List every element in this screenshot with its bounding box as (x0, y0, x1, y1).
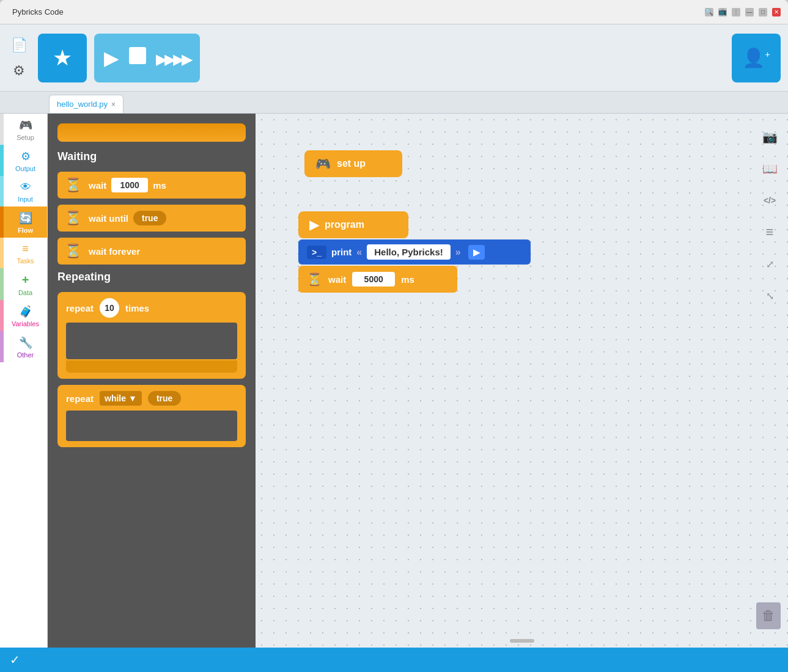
sidebar-label-data: Data (18, 289, 32, 296)
print-label: >_ (307, 246, 326, 259)
sidebar-item-input[interactable]: 👁 Input (0, 176, 47, 206)
sidebar-item-tasks[interactable]: ≡ Tasks (0, 238, 47, 268)
input-icon: 👁 (20, 181, 31, 194)
wait-until-value: true (133, 211, 166, 225)
code-tool-button[interactable]: </> (759, 189, 781, 211)
sidebar-label-flow: Flow (18, 227, 33, 234)
sidebar-label-other: Other (17, 351, 34, 359)
drag-handle (510, 639, 534, 643)
setup-block[interactable]: 🎮 set up (304, 150, 402, 177)
repeat-times-block[interactable]: repeat 10 times (57, 292, 246, 379)
wait-until-block[interactable]: ⏳ wait until true (57, 205, 246, 232)
menu-tool-button[interactable]: ≡ (759, 221, 781, 243)
tab-hello-world[interactable]: hello_world.py × (49, 95, 123, 113)
wait-until-hourglass-icon: ⏳ (65, 210, 81, 226)
camera-tool-button[interactable]: 📷 (759, 126, 781, 148)
while-value: true (148, 391, 181, 406)
sidebar-label-output: Output (15, 165, 35, 172)
repeating-section-title: Repeating (57, 271, 246, 283)
sidebar-item-other[interactable]: 🔧 Other (0, 331, 47, 362)
canvas-wait-block[interactable]: ⏳ wait ms (298, 266, 457, 293)
canvas: 🎮 set up ▶ program >_ print « Hello, Pyb… (256, 114, 788, 648)
wait-ms-block[interactable]: ⏳ wait ms (57, 172, 246, 199)
program-label: program (325, 219, 364, 230)
toolbar-left-icons: 📄 ⚙ (7, 34, 31, 82)
canvas-wait-label: wait (328, 274, 346, 285)
repeat-while-header: repeat while ▼ true (66, 391, 237, 406)
shrink-tool-button[interactable]: ⤡ (759, 285, 781, 307)
program-block[interactable]: ▶ program (298, 211, 408, 238)
canvas-setup-block[interactable]: 🎮 set up (304, 150, 402, 177)
repeat-times-label: times (125, 303, 149, 313)
play-button[interactable]: ▶ (104, 46, 119, 70)
setup-block-icon: 🎮 (315, 156, 331, 171)
wait-until-label: wait until (89, 213, 128, 224)
menu-btn[interactable]: ⋮ (732, 8, 740, 16)
toolbar: 📄 ⚙ ★ ▶ ▶▶▶▶ 👤+ (0, 24, 788, 92)
partial-block (57, 123, 246, 142)
while-dropdown[interactable]: while ▼ (100, 391, 142, 406)
bluetooth-icon: ★ (53, 45, 72, 71)
variables-icon: 🧳 (19, 305, 32, 318)
step-button[interactable]: ▶▶▶▶ (156, 46, 190, 69)
book-tool-button[interactable]: 📖 (759, 158, 781, 180)
waiting-section-title: Waiting (57, 150, 246, 163)
repeat-while-block[interactable]: repeat while ▼ true (57, 385, 246, 447)
close-quote-icon: » (455, 247, 461, 258)
block-panel: Waiting ⏳ wait ms ⏳ wait until true ⏳ wa… (48, 114, 256, 648)
stop-icon (129, 47, 146, 64)
wait-ms-input[interactable] (111, 178, 148, 192)
settings-button[interactable]: ⚙ (7, 59, 31, 82)
playbar: ▶ ▶▶▶▶ (94, 34, 200, 82)
window-title: Pybricks Code (12, 7, 705, 16)
statusbar: ✓ (0, 648, 788, 672)
user-icon: 👤+ (742, 47, 770, 68)
sidebar-item-data[interactable]: + Data (0, 268, 47, 300)
open-quote-icon: « (356, 247, 362, 258)
trash-button[interactable]: 🗑 (756, 602, 781, 629)
status-check-icon: ✓ (10, 652, 20, 667)
repeat-footer (66, 360, 237, 373)
sidebar-item-setup[interactable]: 🎮 Setup (0, 114, 47, 145)
chevron-down-icon: ▼ (128, 393, 137, 403)
sidebar-label-input: Input (18, 195, 32, 203)
sidebar: 🎮 Setup ⚙ Output 👁 Input (0, 114, 48, 648)
sidebar-label-setup: Setup (17, 134, 34, 141)
expand-tool-button[interactable]: ⤢ (759, 253, 781, 275)
sidebar-item-output[interactable]: ⚙ Output (0, 145, 47, 176)
step-icon: ▶▶▶▶ (156, 51, 190, 67)
print-keyword: print (331, 247, 352, 257)
user-button[interactable]: 👤+ (732, 34, 781, 82)
canvas-trash: 🗑 (756, 602, 781, 629)
data-icon: + (22, 273, 29, 287)
sidebar-label-tasks: Tasks (17, 257, 34, 265)
wait-forever-block[interactable]: ⏳ wait forever (57, 238, 246, 265)
play-icon: ▶ (104, 47, 119, 69)
canvas-tools: 📷 📖 </> ≡ ⤢ ⤡ (759, 126, 781, 307)
app-window: Pybricks Code 🔍 📺 ⋮ — □ ✕ 📄 ⚙ ★ ▶ ▶▶ (0, 0, 788, 672)
minimize-btn[interactable]: — (745, 8, 754, 16)
expand-arrow[interactable]: ▶ (468, 245, 485, 260)
flow-icon: 🔄 (19, 211, 32, 225)
repeat-count-badge: 10 (100, 298, 119, 318)
print-text-value[interactable]: Hello, Pybricks! (367, 244, 451, 260)
bluetooth-button[interactable]: ★ (38, 34, 87, 82)
new-file-button[interactable]: 📄 (7, 34, 31, 57)
cast-btn[interactable]: 📺 (718, 8, 727, 16)
sidebar-item-flow[interactable]: 🔄 Flow (0, 206, 47, 238)
stop-button[interactable] (129, 46, 146, 69)
zoom-btn[interactable]: 🔍 (705, 8, 713, 16)
canvas-hourglass-icon: ⏳ (307, 272, 322, 287)
close-btn[interactable]: ✕ (772, 8, 781, 16)
titlebar: Pybricks Code 🔍 📺 ⋮ — □ ✕ (0, 0, 788, 24)
print-block[interactable]: >_ print « Hello, Pybricks! » ▶ (298, 239, 531, 265)
repeat-body (66, 323, 237, 359)
sidebar-item-variables[interactable]: 🧳 Variables (0, 300, 47, 331)
setup-icon: 🎮 (19, 119, 32, 132)
tab-close-button[interactable]: × (111, 100, 116, 109)
maximize-btn[interactable]: □ (759, 8, 767, 16)
window-controls: 🔍 📺 ⋮ — □ ✕ (705, 8, 781, 16)
canvas-program-group: ▶ program >_ print « Hello, Pybricks! » … (298, 211, 531, 293)
canvas-wait-input[interactable] (352, 272, 395, 287)
program-icon: ▶ (309, 217, 319, 232)
